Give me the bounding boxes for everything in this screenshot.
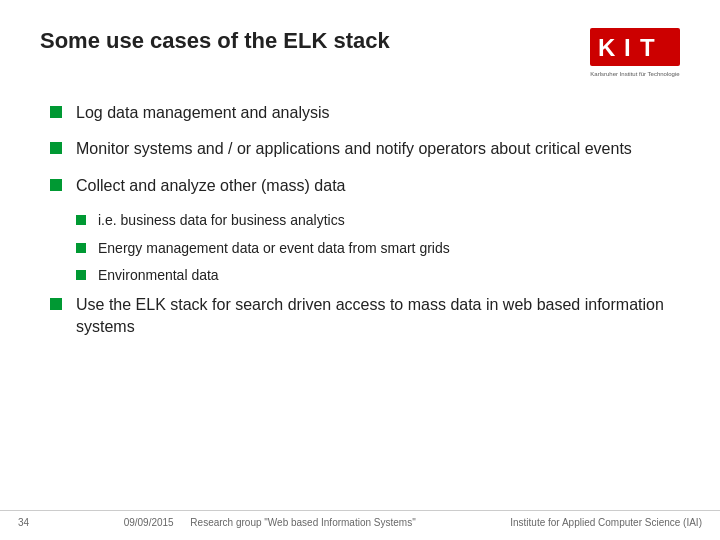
bullet-icon-monitor <box>50 142 62 154</box>
slide-footer: 34 09/09/2015 Research group "Web based … <box>0 510 720 528</box>
footer-slide-number: 34 <box>18 517 29 528</box>
bullet-text-elk: Use the ELK stack for search driven acce… <box>76 294 680 339</box>
svg-text:Karlsruher Institut für Techno: Karlsruher Institut für Technologie <box>590 71 680 77</box>
sub-bullet-text-business: i.e. business data for business analytic… <box>98 211 345 231</box>
bullet-icon-log <box>50 106 62 118</box>
bullet-use-elk: Use the ELK stack for search driven acce… <box>50 294 680 339</box>
bullet-collect-block: Collect and analyze other (mass) data i.… <box>50 175 680 286</box>
sub-bullet-energy: Energy management data or event data fro… <box>50 239 680 259</box>
sub-bullet-icon-energy <box>76 243 86 253</box>
slide-content: Log data management and analysis Monitor… <box>40 102 680 339</box>
footer-date-research: 09/09/2015 Research group "Web based Inf… <box>124 517 416 528</box>
sub-bullet-environmental: Environmental data <box>50 266 680 286</box>
sub-bullet-icon-business <box>76 215 86 225</box>
bullet-text-collect: Collect and analyze other (mass) data <box>76 175 345 197</box>
kit-logo-svg: K I T Karlsruher Institut für Technologi… <box>590 28 680 80</box>
slide: Some use cases of the ELK stack K I T Ka… <box>0 0 720 540</box>
bullet-log-data: Log data management and analysis <box>50 102 680 124</box>
bullet-icon-elk <box>50 298 62 310</box>
sub-bullet-text-environmental: Environmental data <box>98 266 219 286</box>
sub-bullet-text-energy: Energy management data or event data fro… <box>98 239 450 259</box>
bullet-icon-collect <box>50 179 62 191</box>
kit-logo: K I T Karlsruher Institut für Technologi… <box>590 28 680 80</box>
svg-text:K: K <box>598 34 616 61</box>
footer-research-group: Research group "Web based Information Sy… <box>190 517 415 528</box>
slide-header: Some use cases of the ELK stack K I T Ka… <box>40 28 680 80</box>
sub-bullet-business: i.e. business data for business analytic… <box>50 211 680 231</box>
slide-title: Some use cases of the ELK stack <box>40 28 390 54</box>
svg-text:T: T <box>640 34 655 61</box>
footer-date: 09/09/2015 <box>124 517 174 528</box>
svg-text:I: I <box>624 34 631 61</box>
footer-institute: Institute for Applied Computer Science (… <box>510 517 702 528</box>
bullet-monitor: Monitor systems and / or applications an… <box>50 138 680 160</box>
bullet-collect: Collect and analyze other (mass) data <box>50 175 680 197</box>
sub-bullet-icon-environmental <box>76 270 86 280</box>
bullet-text-log: Log data management and analysis <box>76 102 330 124</box>
bullet-text-monitor: Monitor systems and / or applications an… <box>76 138 632 160</box>
